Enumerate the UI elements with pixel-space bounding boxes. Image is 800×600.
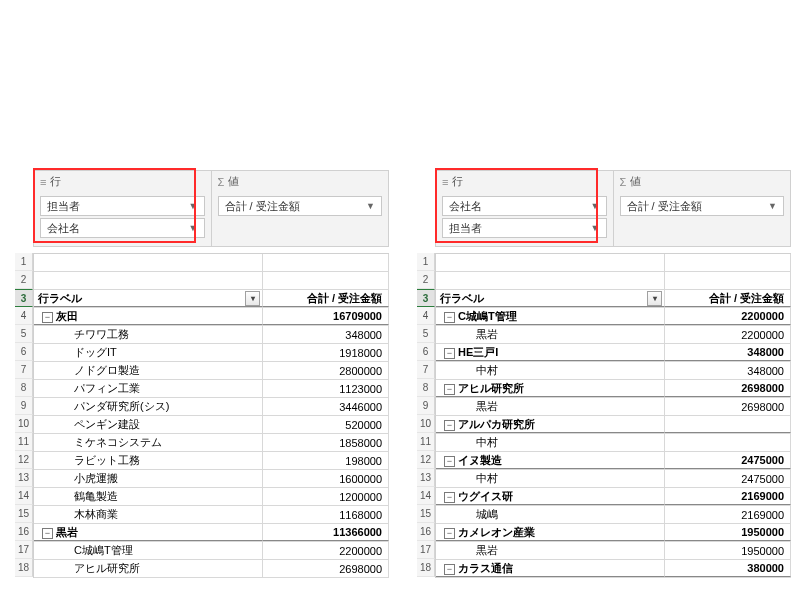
- filter-dropdown-button[interactable]: ▾: [245, 291, 260, 306]
- row-number[interactable]: 18: [417, 559, 435, 577]
- row-number[interactable]: 2: [15, 271, 33, 289]
- row-label-cell[interactable]: −灰田: [34, 308, 263, 325]
- value-cell[interactable]: [665, 434, 791, 451]
- row-number[interactable]: 4: [15, 307, 33, 325]
- value-cell[interactable]: [263, 254, 389, 271]
- row-number[interactable]: 8: [15, 379, 33, 397]
- table-row[interactable]: 黒岩2698000: [436, 398, 791, 416]
- row-number[interactable]: 3: [15, 289, 33, 307]
- row-label-cell[interactable]: 行ラベル▾: [34, 290, 263, 307]
- value-cell[interactable]: 348000: [665, 362, 791, 379]
- row-field-2[interactable]: 会社名 ▼: [40, 218, 205, 238]
- row-label-cell[interactable]: パフィン工業: [34, 380, 263, 397]
- row-label-cell[interactable]: 城嶋: [436, 506, 665, 523]
- table-row[interactable]: パフィン工業1123000: [34, 380, 389, 398]
- value-cell[interactable]: 16709000: [263, 308, 389, 325]
- row-number[interactable]: 13: [417, 469, 435, 487]
- table-row[interactable]: 中村2475000: [436, 470, 791, 488]
- value-cell[interactable]: 1200000: [263, 488, 389, 505]
- table-row[interactable]: ドッグIT1918000: [34, 344, 389, 362]
- value-cell[interactable]: 348000: [665, 344, 791, 361]
- table-row[interactable]: −カメレオン産業1950000: [436, 524, 791, 542]
- value-cell[interactable]: 2200000: [665, 308, 791, 325]
- value-cell[interactable]: 2698000: [665, 380, 791, 397]
- table-row[interactable]: [34, 254, 389, 272]
- row-label-cell[interactable]: 黒岩: [436, 326, 665, 343]
- table-row[interactable]: −灰田16709000: [34, 308, 389, 326]
- table-row[interactable]: [436, 272, 791, 290]
- value-cell[interactable]: 1918000: [263, 344, 389, 361]
- collapse-icon[interactable]: −: [444, 348, 455, 359]
- table-row[interactable]: 小虎運搬1600000: [34, 470, 389, 488]
- row-label-cell[interactable]: ラビット工務: [34, 452, 263, 469]
- table-row[interactable]: [34, 272, 389, 290]
- pivot-table-left[interactable]: 123456789101112131415161718 行ラベル▾合計 / 受注…: [33, 253, 389, 578]
- table-row[interactable]: ミケネコシステム1858000: [34, 434, 389, 452]
- table-row[interactable]: 行ラベル▾合計 / 受注金額: [34, 290, 389, 308]
- table-row[interactable]: 鶴亀製造1200000: [34, 488, 389, 506]
- table-row[interactable]: −カラス通信380000: [436, 560, 791, 578]
- row-number[interactable]: 7: [15, 361, 33, 379]
- value-cell[interactable]: [263, 272, 389, 289]
- value-cell[interactable]: 2475000: [665, 452, 791, 469]
- table-row[interactable]: ラビット工務198000: [34, 452, 389, 470]
- value-cell[interactable]: 1600000: [263, 470, 389, 487]
- value-cell[interactable]: 380000: [665, 560, 791, 577]
- table-row[interactable]: 行ラベル▾合計 / 受注金額: [436, 290, 791, 308]
- value-cell[interactable]: 2169000: [665, 488, 791, 505]
- row-number[interactable]: 11: [15, 433, 33, 451]
- table-row[interactable]: [436, 254, 791, 272]
- row-number[interactable]: 5: [417, 325, 435, 343]
- row-number[interactable]: 15: [417, 505, 435, 523]
- row-number[interactable]: 14: [417, 487, 435, 505]
- row-number[interactable]: 1: [417, 253, 435, 271]
- row-label-cell[interactable]: 中村: [436, 362, 665, 379]
- table-row[interactable]: −HE三戸I348000: [436, 344, 791, 362]
- row-label-cell[interactable]: チワワ工務: [34, 326, 263, 343]
- row-number[interactable]: 6: [417, 343, 435, 361]
- row-label-cell[interactable]: アヒル研究所: [34, 560, 263, 577]
- row-label-cell[interactable]: C城嶋T管理: [34, 542, 263, 559]
- row-label-cell[interactable]: [34, 272, 263, 289]
- row-label-cell[interactable]: 鶴亀製造: [34, 488, 263, 505]
- table-row[interactable]: −アヒル研究所2698000: [436, 380, 791, 398]
- value-cell[interactable]: 合計 / 受注金額: [263, 290, 389, 307]
- table-row[interactable]: 城嶋2169000: [436, 506, 791, 524]
- value-cell[interactable]: 520000: [263, 416, 389, 433]
- row-number[interactable]: 17: [417, 541, 435, 559]
- row-number[interactable]: 17: [15, 541, 33, 559]
- row-label-cell[interactable]: −カメレオン産業: [436, 524, 665, 541]
- value-cell[interactable]: 1168000: [263, 506, 389, 523]
- value-cell[interactable]: 1123000: [263, 380, 389, 397]
- row-number[interactable]: 7: [417, 361, 435, 379]
- row-number[interactable]: 1: [15, 253, 33, 271]
- row-number[interactable]: 2: [417, 271, 435, 289]
- rows-dropzone[interactable]: 行 担当者 ▼ 会社名 ▼: [34, 171, 212, 246]
- row-label-cell[interactable]: −HE三戸I: [436, 344, 665, 361]
- row-label-cell[interactable]: 中村: [436, 434, 665, 451]
- row-field-1[interactable]: 会社名 ▼: [442, 196, 607, 216]
- row-label-cell[interactable]: ノドグロ製造: [34, 362, 263, 379]
- row-number[interactable]: 5: [15, 325, 33, 343]
- table-row[interactable]: −黒岩11366000: [34, 524, 389, 542]
- row-label-cell[interactable]: ドッグIT: [34, 344, 263, 361]
- table-row[interactable]: ノドグロ製造2800000: [34, 362, 389, 380]
- value-cell[interactable]: 2698000: [665, 398, 791, 415]
- row-label-cell[interactable]: −C城嶋T管理: [436, 308, 665, 325]
- row-number[interactable]: 9: [15, 397, 33, 415]
- row-number[interactable]: 12: [15, 451, 33, 469]
- collapse-icon[interactable]: −: [444, 420, 455, 431]
- row-label-cell[interactable]: パンダ研究所(シス): [34, 398, 263, 415]
- row-label-cell[interactable]: ペンギン建設: [34, 416, 263, 433]
- value-cell[interactable]: [665, 254, 791, 271]
- table-row[interactable]: パンダ研究所(シス)3446000: [34, 398, 389, 416]
- row-number[interactable]: 18: [15, 559, 33, 577]
- collapse-icon[interactable]: −: [444, 384, 455, 395]
- value-cell[interactable]: 合計 / 受注金額: [665, 290, 791, 307]
- row-number[interactable]: 13: [15, 469, 33, 487]
- row-label-cell[interactable]: [436, 254, 665, 271]
- row-number[interactable]: 16: [15, 523, 33, 541]
- row-label-cell[interactable]: 黒岩: [436, 542, 665, 559]
- row-label-cell[interactable]: 小虎運搬: [34, 470, 263, 487]
- table-row[interactable]: 中村: [436, 434, 791, 452]
